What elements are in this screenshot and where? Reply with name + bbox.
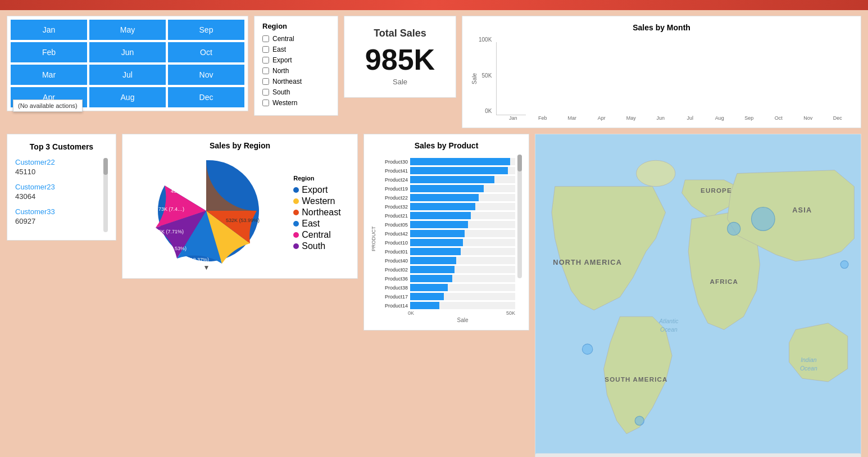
- map-atlantic-label2: Ocean: [660, 327, 678, 333]
- month-may[interactable]: May: [89, 20, 166, 40]
- legend-dot-east: [293, 221, 299, 227]
- hbar-label-product05: Product05: [379, 222, 408, 228]
- legend-dot-export: [293, 187, 299, 193]
- month-label-jul: Jul: [676, 115, 705, 121]
- region-export-checkbox[interactable]: [262, 57, 269, 64]
- month-label-sep: Sep: [735, 115, 764, 121]
- month-feb[interactable]: Feb: [11, 42, 87, 62]
- region-north-label: North: [272, 67, 289, 75]
- row2: Top 3 Customers Customer22 45110 Custome…: [7, 134, 861, 457]
- legend-central: Central: [293, 230, 340, 240]
- legend-dot-south: [293, 243, 299, 249]
- customer-name-2[interactable]: Customer33: [15, 207, 101, 216]
- hbar-track-product14: [410, 302, 515, 309]
- legend-dot-central: [293, 232, 299, 238]
- hbar-row-product24: Product24: [379, 176, 515, 183]
- month-jan[interactable]: Jan: [11, 20, 87, 40]
- hbar-row-product30: Product30: [379, 158, 515, 165]
- month-jun[interactable]: Jun: [89, 42, 166, 62]
- hbar-row-product38: Product38: [379, 284, 515, 291]
- svg-text:73K (7.4…): 73K (7.4…): [158, 206, 184, 212]
- hbar-row-product41: Product41: [379, 167, 515, 174]
- hbar-fill-product22: [410, 194, 479, 201]
- month-aug[interactable]: Aug: [89, 87, 166, 107]
- region-south-checkbox[interactable]: [262, 89, 269, 96]
- top-customers-title: Top 3 Customers: [15, 142, 108, 151]
- legend-label-central: Central: [302, 230, 331, 240]
- month-dec[interactable]: Dec: [168, 87, 244, 107]
- hbar-fill-product01: [410, 248, 461, 255]
- region-central[interactable]: Central: [262, 35, 330, 43]
- hbar-track-product40: [410, 257, 515, 264]
- region-export[interactable]: Export: [262, 56, 330, 64]
- world-map: NORTH AMERICA SOUTH AMERICA EUROPE AFRIC…: [535, 134, 861, 457]
- map-indian-label2: Ocean: [800, 365, 817, 372]
- customers-scrollbar[interactable]: [103, 158, 108, 232]
- legend-label-export: Export: [302, 185, 328, 195]
- region-north-checkbox[interactable]: [262, 67, 269, 74]
- month-nov[interactable]: Nov: [168, 65, 244, 85]
- legend-export: Export: [293, 185, 340, 195]
- region-south[interactable]: South: [262, 88, 330, 96]
- hbar-fill-product40: [410, 257, 456, 264]
- hbar-label-product21: Product21: [379, 213, 408, 219]
- hbar-track-product21: [410, 212, 515, 219]
- legend-label-east: East: [302, 219, 320, 229]
- map-label-northamerica: NORTH AMERICA: [553, 258, 622, 266]
- map-indian-label: Indian: [801, 357, 817, 363]
- month-label-oct: Oct: [765, 115, 793, 121]
- hbar-track-product42: [410, 230, 515, 237]
- hbar-row-product17: Product17: [379, 293, 515, 300]
- product-scrollbar-thumb: [517, 155, 522, 171]
- region-north[interactable]: North: [262, 67, 330, 75]
- map-bubble-europe: [728, 222, 740, 235]
- hbar-track-product41: [410, 167, 515, 174]
- product-scrollbar[interactable]: [517, 155, 522, 278]
- hbar-label-product17: Product17: [379, 294, 408, 300]
- region-northeast[interactable]: Northeast: [262, 78, 330, 85]
- hbar-fill-product21: [410, 212, 471, 219]
- map-svg: NORTH AMERICA SOUTH AMERICA EUROPE AFRIC…: [535, 134, 861, 457]
- map-label-africa: AFRICA: [710, 278, 739, 285]
- customer-name-1[interactable]: Customer23: [15, 183, 101, 191]
- hbar-track-product05: [410, 221, 515, 228]
- legend-east: East: [293, 219, 340, 229]
- hbar-row-product01: Product01: [379, 248, 515, 255]
- month-sep[interactable]: Sep: [168, 20, 244, 40]
- month-label-apr: Apr: [588, 115, 616, 121]
- hbar-content: Product30Product41Product24Product19Prod…: [379, 155, 515, 323]
- sales-by-product-card: Sales by Product PRODUCT Product30Produc…: [363, 134, 529, 331]
- hbar-label-product36: Product36: [379, 276, 408, 282]
- region-western[interactable]: Western: [262, 99, 330, 107]
- month-label-dec: Dec: [824, 115, 852, 121]
- hbar-label-product22: Product22: [379, 195, 408, 201]
- hbar-track-product24: [410, 176, 515, 183]
- sales-month-y-axis: 100K 50K 0K: [479, 37, 492, 115]
- customer-name-0[interactable]: Customer22: [15, 158, 101, 166]
- hbar-row-product36: Product36: [379, 275, 515, 282]
- month-jul[interactable]: Jul: [89, 65, 166, 85]
- hbar-fill-product41: [410, 167, 508, 174]
- hbar-fill-product10: [410, 239, 463, 246]
- customer-value-1: 43064: [15, 192, 101, 201]
- month-mar[interactable]: Mar: [11, 65, 87, 85]
- hbar-track-product10: [410, 239, 515, 246]
- sales-by-month-chart: Sales by Month Sale 100K 50K 0K JanFebMa…: [462, 16, 861, 128]
- product-x-label: Sale: [410, 317, 515, 323]
- hbar-label-product24: Product24: [379, 177, 408, 183]
- hbar-track-product19: [410, 185, 515, 192]
- region-east[interactable]: East: [262, 46, 330, 53]
- map-label-asia: ASIA: [792, 206, 812, 214]
- hbar-fill-product36: [410, 275, 452, 282]
- sales-by-region-title: Sales by Region: [129, 141, 351, 150]
- region-western-checkbox[interactable]: [262, 99, 269, 106]
- region-east-checkbox[interactable]: [262, 46, 269, 53]
- sales-by-month-title: Sales by Month: [471, 23, 852, 32]
- legend-dot-western: [293, 198, 299, 204]
- hbar-fill-product05: [410, 221, 468, 228]
- region-northeast-checkbox[interactable]: [262, 78, 269, 85]
- hbar-fill-product19: [410, 185, 484, 192]
- region-central-checkbox[interactable]: [262, 35, 269, 42]
- hbar-fill-product17: [410, 293, 444, 300]
- month-oct[interactable]: Oct: [168, 42, 244, 62]
